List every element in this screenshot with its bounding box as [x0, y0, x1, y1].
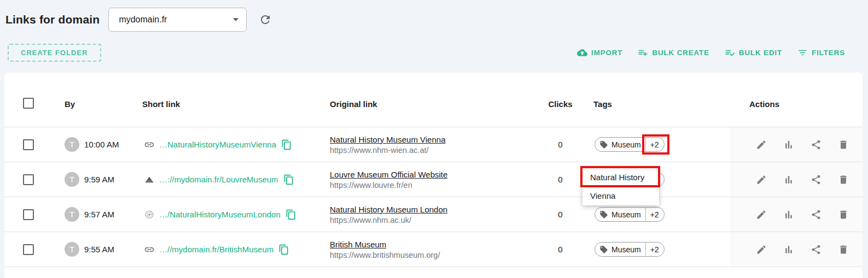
- link-icon: [144, 139, 155, 150]
- row-checkbox[interactable]: [23, 244, 34, 255]
- original-link-title[interactable]: Louvre Museum Official Website: [330, 170, 447, 179]
- row-checkbox[interactable]: [23, 209, 34, 220]
- short-link[interactable]: …/NaturalHistoryMuseumLondon: [159, 210, 281, 219]
- dropdown-item[interactable]: Vienna: [582, 186, 659, 205]
- stats-icon[interactable]: [783, 244, 795, 256]
- row-checkbox[interactable]: [23, 174, 34, 185]
- column-header-short-link: Short link: [135, 91, 325, 109]
- delete-icon[interactable]: [837, 174, 849, 186]
- chevron-down-icon: [233, 18, 238, 21]
- share-icon[interactable]: [810, 209, 822, 221]
- link-icon: [144, 244, 155, 255]
- clicks-count: 0: [540, 245, 581, 254]
- copy-icon[interactable]: [281, 139, 293, 151]
- original-link-title[interactable]: British Museum: [330, 240, 386, 249]
- created-time: 9:57 AM: [84, 210, 114, 219]
- table-row: T 9:59 AM …://mydomain.fr/LouvreMuseum L…: [4, 162, 863, 197]
- pyramid-favicon: [144, 174, 155, 185]
- tag-icon: [599, 210, 608, 219]
- share-icon[interactable]: [810, 244, 822, 256]
- stats-icon[interactable]: [783, 209, 795, 221]
- clicks-count: 0: [540, 140, 581, 149]
- avatar: T: [65, 172, 79, 187]
- toolbar: CREATE FOLDER IMPORT BULK CREATE BULK ED…: [0, 42, 868, 64]
- row-checkbox[interactable]: [23, 139, 34, 150]
- pill-divider: [645, 242, 646, 257]
- bulk-create-button[interactable]: BULK CREATE: [638, 48, 709, 58]
- short-link[interactable]: …//mydomain.fr/BritishMuseum: [159, 245, 273, 254]
- pill-divider: [645, 138, 646, 152]
- playlist-add-check-icon: [725, 48, 735, 58]
- tag-pill[interactable]: Museum +2: [595, 242, 665, 257]
- import-label: IMPORT: [591, 49, 622, 57]
- tag-icon: [599, 245, 608, 254]
- extra-tags-badge[interactable]: +2: [650, 140, 659, 149]
- filters-label: FILTERS: [812, 49, 845, 57]
- filter-list-icon: [797, 48, 808, 58]
- original-link-title[interactable]: Natural History Museum Vienna: [330, 135, 445, 144]
- select-all-checkbox[interactable]: [23, 98, 34, 109]
- table-row: T 9:55 AM …//mydomain.fr/BritishMuseum B…: [4, 232, 863, 267]
- original-link-url: https://www.nhm.ac.uk/: [330, 216, 411, 224]
- domain-select[interactable]: mydomain.fr: [108, 8, 247, 32]
- tag-label: Museum: [611, 210, 641, 219]
- links-table-card: By Short link Original link Clicks Tags …: [4, 73, 863, 278]
- avatar: T: [65, 207, 79, 222]
- cloud-upload-icon: [577, 48, 587, 58]
- table-row: T 10:00 AM …NaturalHistoryMuseumVienna N…: [4, 127, 863, 162]
- refresh-button[interactable]: [258, 12, 273, 27]
- tag-label: Museum: [611, 245, 641, 254]
- created-time: 10:00 AM: [84, 140, 119, 149]
- extra-tags-badge[interactable]: +2: [650, 210, 659, 219]
- delete-icon[interactable]: [837, 139, 849, 151]
- table-row: T 9:57 AM …/NaturalHistoryMuseumLondon N…: [4, 197, 863, 232]
- bulk-edit-label: BULK EDIT: [739, 49, 782, 57]
- tag-pill[interactable]: Museum +2: [595, 137, 665, 152]
- import-button[interactable]: IMPORT: [577, 48, 622, 58]
- domain-select-value: mydomain.fr: [119, 15, 233, 25]
- edit-icon[interactable]: [755, 244, 767, 256]
- copy-icon[interactable]: [283, 174, 295, 186]
- filters-button[interactable]: FILTERS: [797, 48, 845, 58]
- column-header-clicks: Clicks: [540, 91, 581, 109]
- bulk-edit-button[interactable]: BULK EDIT: [725, 48, 782, 58]
- page-title: Links for domain: [5, 13, 100, 26]
- tag-icon: [599, 140, 608, 149]
- share-icon[interactable]: [810, 139, 822, 151]
- playlist-add-icon: [638, 48, 648, 58]
- delete-icon[interactable]: [837, 244, 849, 256]
- page-header: Links for domain mydomain.fr: [0, 0, 868, 39]
- copy-icon[interactable]: [278, 244, 290, 256]
- column-header-by: By: [56, 91, 135, 109]
- original-link-title[interactable]: Natural History Museum London: [330, 205, 447, 214]
- edit-icon[interactable]: [755, 209, 767, 221]
- edit-icon[interactable]: [755, 174, 767, 186]
- copy-icon[interactable]: [285, 209, 297, 221]
- extra-tags-badge[interactable]: +2: [650, 245, 659, 254]
- dropdown-item[interactable]: Natural History: [582, 168, 659, 186]
- clicks-count: 0: [540, 175, 581, 184]
- share-icon[interactable]: [810, 174, 822, 186]
- create-folder-button[interactable]: CREATE FOLDER: [8, 44, 101, 62]
- refresh-icon: [259, 13, 272, 26]
- edit-icon[interactable]: [755, 139, 767, 151]
- tag-pill[interactable]: Museum +2: [595, 207, 665, 222]
- stats-icon[interactable]: [783, 139, 795, 151]
- tag-label: Museum: [611, 140, 641, 149]
- clicks-count: 0: [540, 210, 581, 219]
- rosette-favicon: [144, 209, 155, 220]
- created-time: 9:55 AM: [84, 245, 114, 254]
- table-header-row: By Short link Original link Clicks Tags …: [4, 73, 863, 127]
- stats-icon[interactable]: [783, 174, 795, 186]
- bulk-create-label: BULK CREATE: [652, 49, 709, 57]
- tags-dropdown: Natural History Vienna: [582, 167, 659, 205]
- short-link[interactable]: …://mydomain.fr/LouvreMuseum: [159, 175, 278, 184]
- created-time: 9:59 AM: [84, 175, 114, 184]
- short-link[interactable]: …NaturalHistoryMuseumVienna: [159, 140, 276, 149]
- column-header-tags: Tags: [581, 91, 730, 109]
- delete-icon[interactable]: [837, 209, 849, 221]
- pill-divider: [645, 208, 646, 222]
- original-link-url: https://www.louvre.fr/en: [330, 181, 412, 190]
- column-header-actions: Actions: [730, 73, 863, 127]
- original-link-url: https://www.britishmuseum.org/: [330, 251, 440, 259]
